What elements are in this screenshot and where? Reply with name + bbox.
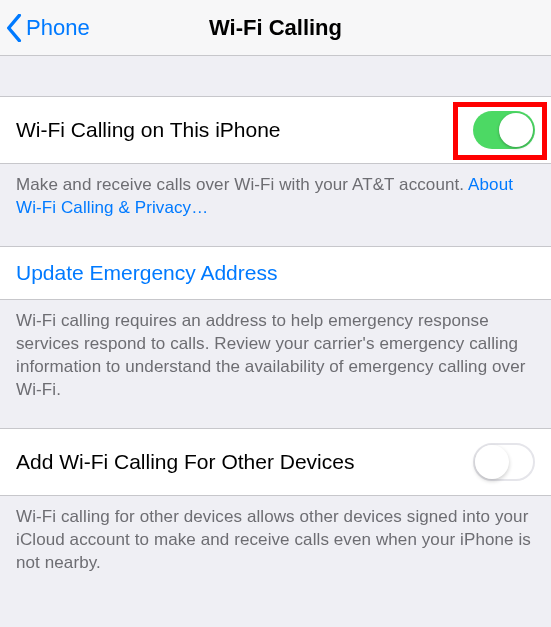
wifi-calling-other-devices-row: Add Wi-Fi Calling For Other Devices — [0, 428, 551, 496]
wifi-calling-other-devices-toggle[interactable] — [473, 443, 535, 481]
wifi-calling-this-iphone-row: Wi-Fi Calling on This iPhone — [0, 96, 551, 164]
other-devices-footer-text: Wi-Fi calling for other devices allows o… — [16, 507, 531, 572]
toggle-knob — [499, 113, 533, 147]
toggle-knob — [475, 445, 509, 479]
chevron-left-icon — [6, 14, 22, 42]
update-emergency-address-button[interactable]: Update Emergency Address — [0, 246, 551, 300]
wifi-calling-other-devices-label: Add Wi-Fi Calling For Other Devices — [16, 450, 354, 474]
back-button[interactable]: Phone — [0, 14, 90, 42]
update-emergency-address-label: Update Emergency Address — [16, 261, 277, 284]
wifi-calling-footer: Make and receive calls over Wi-Fi with y… — [0, 164, 551, 236]
section-spacer — [0, 56, 551, 96]
other-devices-footer: Wi-Fi calling for other devices allows o… — [0, 496, 551, 591]
navbar: Phone Wi-Fi Calling — [0, 0, 551, 56]
emergency-address-footer: Wi-Fi calling requires an address to hel… — [0, 300, 551, 418]
section-spacer — [0, 418, 551, 428]
wifi-calling-this-iphone-label: Wi-Fi Calling on This iPhone — [16, 118, 281, 142]
section-spacer — [0, 236, 551, 246]
wifi-calling-this-iphone-toggle[interactable] — [473, 111, 535, 149]
wifi-calling-footer-text: Make and receive calls over Wi-Fi with y… — [16, 175, 464, 194]
emergency-address-footer-text: Wi-Fi calling requires an address to hel… — [16, 311, 526, 399]
back-label: Phone — [26, 15, 90, 41]
